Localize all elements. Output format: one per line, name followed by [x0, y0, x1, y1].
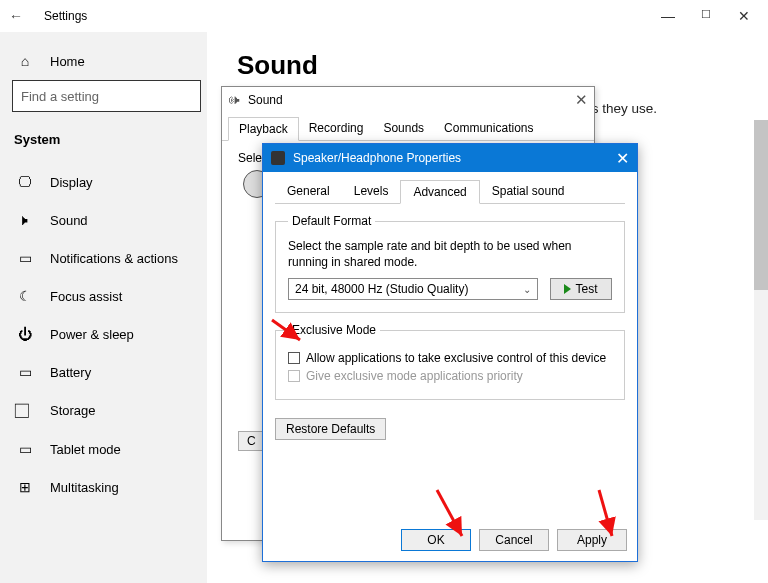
- sidebar-item-label: Tablet mode: [50, 442, 121, 457]
- tab-spatial-sound[interactable]: Spatial sound: [480, 180, 577, 203]
- search-input[interactable]: Find a setting: [12, 80, 201, 112]
- storage-icon: ⃞: [16, 402, 34, 419]
- configure-button[interactable]: C: [238, 431, 265, 451]
- sidebar-item-focus-assist[interactable]: ☾ Focus assist: [6, 277, 207, 315]
- sidebar-item-label: Sound: [50, 213, 88, 228]
- sidebar-item-label: Storage: [50, 403, 96, 418]
- exclusive-control-label: Allow applications to take exclusive con…: [306, 351, 606, 365]
- sound-dialog-title: Sound: [248, 93, 283, 107]
- checkbox-exclusive-priority: [288, 370, 300, 382]
- settings-title: Settings: [44, 9, 87, 23]
- play-icon: [564, 284, 571, 294]
- close-icon[interactable]: ✕: [575, 91, 588, 109]
- sidebar-item-label: Battery: [50, 365, 91, 380]
- apply-button[interactable]: Apply: [557, 529, 627, 551]
- minimize-icon[interactable]: —: [660, 8, 676, 24]
- focus-icon: ☾: [16, 288, 34, 304]
- ok-button[interactable]: OK: [401, 529, 471, 551]
- sound-dialog-icon: 🕪: [228, 93, 240, 107]
- sidebar-item-label: Display: [50, 175, 93, 190]
- multitask-icon: ⊞: [16, 479, 34, 495]
- sidebar-item-label: Home: [50, 54, 85, 69]
- tab-sounds[interactable]: Sounds: [373, 117, 434, 140]
- scrollbar-thumb[interactable]: [754, 120, 768, 290]
- notify-icon: ▭: [16, 250, 34, 266]
- format-select-value: 24 bit, 48000 Hz (Studio Quality): [295, 282, 468, 296]
- home-icon: ⌂: [16, 53, 34, 69]
- close-icon[interactable]: ✕: [736, 8, 752, 24]
- back-icon[interactable]: ←: [6, 8, 26, 24]
- scrollbar[interactable]: [754, 120, 768, 520]
- properties-titlebar: Speaker/Headphone Properties ✕: [263, 144, 637, 172]
- close-icon[interactable]: ✕: [616, 149, 629, 168]
- sidebar-item-battery[interactable]: ▭ Battery: [6, 353, 207, 391]
- format-select[interactable]: 24 bit, 48000 Hz (Studio Quality) ⌄: [288, 278, 538, 300]
- checkbox-exclusive-control[interactable]: [288, 352, 300, 364]
- properties-dialog: Speaker/Headphone Properties ✕ General L…: [262, 143, 638, 562]
- settings-titlebar: ← Settings — ☐ ✕: [0, 0, 768, 32]
- tab-communications[interactable]: Communications: [434, 117, 543, 140]
- cancel-button[interactable]: Cancel: [479, 529, 549, 551]
- properties-body: General Levels Advanced Spatial sound De…: [263, 172, 637, 450]
- sidebar-item-label: Focus assist: [50, 289, 122, 304]
- sidebar-item-home[interactable]: ⌂ Home: [6, 42, 207, 80]
- tab-advanced[interactable]: Advanced: [400, 180, 479, 204]
- tablet-icon: ▭: [16, 441, 34, 457]
- properties-title: Speaker/Headphone Properties: [293, 151, 461, 165]
- exclusive-priority-label: Give exclusive mode applications priorit…: [306, 369, 523, 383]
- sidebar-item-storage[interactable]: ⃞ Storage: [6, 391, 207, 430]
- default-format-legend: Default Format: [288, 214, 375, 228]
- search-placeholder: Find a setting: [21, 89, 192, 104]
- display-icon: 🖵: [16, 174, 34, 190]
- restore-defaults-button[interactable]: Restore Defaults: [275, 418, 386, 440]
- sidebar-item-label: Multitasking: [50, 480, 119, 495]
- power-icon: ⏻: [16, 326, 34, 342]
- settings-sidebar: ⌂ Home Find a setting System 🖵 Display 🕨…: [0, 32, 207, 583]
- page-title: Sound: [237, 50, 768, 81]
- dialog-action-buttons: OK Cancel Apply: [401, 529, 627, 551]
- exclusive-mode-legend: Exclusive Mode: [288, 323, 380, 337]
- sidebar-item-sound[interactable]: 🕨 Sound: [6, 201, 207, 239]
- sidebar-item-label: Notifications & actions: [50, 251, 178, 266]
- maximize-icon[interactable]: ☐: [698, 8, 714, 24]
- sidebar-item-power[interactable]: ⏻ Power & sleep: [6, 315, 207, 353]
- sidebar-item-notifications[interactable]: ▭ Notifications & actions: [6, 239, 207, 277]
- tab-playback[interactable]: Playback: [228, 117, 299, 141]
- chevron-down-icon: ⌄: [523, 284, 531, 295]
- sidebar-category: System: [6, 118, 207, 163]
- sidebar-item-tablet-mode[interactable]: ▭ Tablet mode: [6, 430, 207, 468]
- test-button[interactable]: Test: [550, 278, 612, 300]
- sidebar-item-label: Power & sleep: [50, 327, 134, 342]
- sidebar-item-display[interactable]: 🖵 Display: [6, 163, 207, 201]
- battery-icon: ▭: [16, 364, 34, 380]
- sound-icon: 🕨: [16, 212, 34, 228]
- properties-title-icon: [271, 151, 285, 165]
- exclusive-mode-group: Exclusive Mode Allow applications to tak…: [275, 323, 625, 400]
- tab-levels[interactable]: Levels: [342, 180, 401, 203]
- sound-dialog-titlebar: 🕪 Sound ✕: [222, 87, 594, 113]
- exclusive-priority-row: Give exclusive mode applications priorit…: [288, 369, 612, 383]
- sound-dialog-tabs: Playback Recording Sounds Communications: [222, 113, 594, 141]
- test-button-label: Test: [575, 282, 597, 296]
- window-buttons: — ☐ ✕: [660, 8, 762, 24]
- default-format-desc: Select the sample rate and bit depth to …: [288, 238, 612, 270]
- default-format-group: Default Format Select the sample rate an…: [275, 214, 625, 313]
- tab-general[interactable]: General: [275, 180, 342, 203]
- exclusive-checkbox-row[interactable]: Allow applications to take exclusive con…: [288, 351, 612, 365]
- properties-tabs: General Levels Advanced Spatial sound: [275, 180, 625, 204]
- sidebar-item-multitasking[interactable]: ⊞ Multitasking: [6, 468, 207, 506]
- tab-recording[interactable]: Recording: [299, 117, 374, 140]
